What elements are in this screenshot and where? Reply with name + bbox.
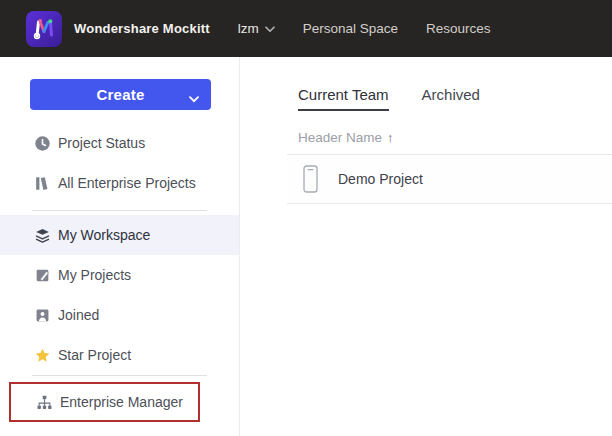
star-icon xyxy=(34,347,51,364)
phone-project-icon xyxy=(303,165,318,193)
sidebar-item-label: Enterprise Manager xyxy=(60,394,183,410)
user-name: lzm xyxy=(238,21,259,36)
sidebar-item-label: My Workspace xyxy=(58,227,150,243)
sidebar-item-label: My Projects xyxy=(58,267,131,283)
clock-icon xyxy=(34,135,51,152)
project-table: Demo Project xyxy=(287,154,612,204)
tab-archived[interactable]: Archived xyxy=(422,86,480,111)
sidebar-item-label: Project Status xyxy=(58,135,145,151)
table-sort-header[interactable]: Header Name ↑ xyxy=(298,130,612,145)
layers-icon xyxy=(34,227,51,244)
chevron-down-icon[interactable] xyxy=(189,91,199,106)
sidebar-item-label: Star Project xyxy=(58,347,131,363)
sitemap-icon xyxy=(36,394,53,411)
table-row-demo-project[interactable]: Demo Project xyxy=(287,154,612,204)
brand-title: Wondershare Mockitt xyxy=(74,21,210,36)
main-content: Current Team Archived Header Name ↑ Demo… xyxy=(241,57,612,436)
mockitt-app-window: Wondershare Mockitt lzm Personal Space R… xyxy=(0,0,612,436)
nav-resources[interactable]: Resources xyxy=(426,21,491,36)
tab-current-team[interactable]: Current Team xyxy=(298,86,389,111)
create-button[interactable]: Create xyxy=(30,79,211,110)
chevron-down-icon xyxy=(265,21,275,36)
divider xyxy=(32,375,207,376)
sidebar-item-joined[interactable]: Joined xyxy=(0,295,239,335)
top-navigation-bar: Wondershare Mockitt lzm Personal Space R… xyxy=(0,0,612,57)
project-name: Demo Project xyxy=(338,171,423,187)
edit-document-icon xyxy=(34,267,51,284)
sidebar-item-my-projects[interactable]: My Projects xyxy=(0,255,239,295)
table-header-label: Header Name xyxy=(298,130,382,145)
books-icon xyxy=(34,175,51,192)
nav-personal-space[interactable]: Personal Space xyxy=(303,21,398,36)
create-button-label: Create xyxy=(30,79,211,110)
sidebar-item-all-enterprise-projects[interactable]: All Enterprise Projects xyxy=(0,163,239,203)
sidebar-item-label: Joined xyxy=(58,307,99,323)
user-menu[interactable]: lzm xyxy=(238,21,275,36)
sidebar-item-enterprise-manager[interactable]: Enterprise Manager xyxy=(11,384,198,420)
sidebar-item-label: All Enterprise Projects xyxy=(58,175,196,191)
sidebar-nav: Project Status All Enterprise Projects M… xyxy=(0,123,239,422)
member-card-icon xyxy=(34,307,51,324)
divider xyxy=(32,210,207,211)
annotation-highlight-box: Enterprise Manager xyxy=(9,382,200,422)
mockitt-m-logo-icon xyxy=(26,11,62,47)
sidebar-item-my-workspace[interactable]: My Workspace xyxy=(0,215,239,255)
sidebar: Create Project Status All Enterprise Pro… xyxy=(0,57,240,436)
team-tabs: Current Team Archived xyxy=(298,86,612,111)
sort-ascending-icon[interactable]: ↑ xyxy=(387,130,394,145)
sidebar-item-star-project[interactable]: Star Project xyxy=(0,335,239,375)
sidebar-item-project-status[interactable]: Project Status xyxy=(0,123,239,163)
